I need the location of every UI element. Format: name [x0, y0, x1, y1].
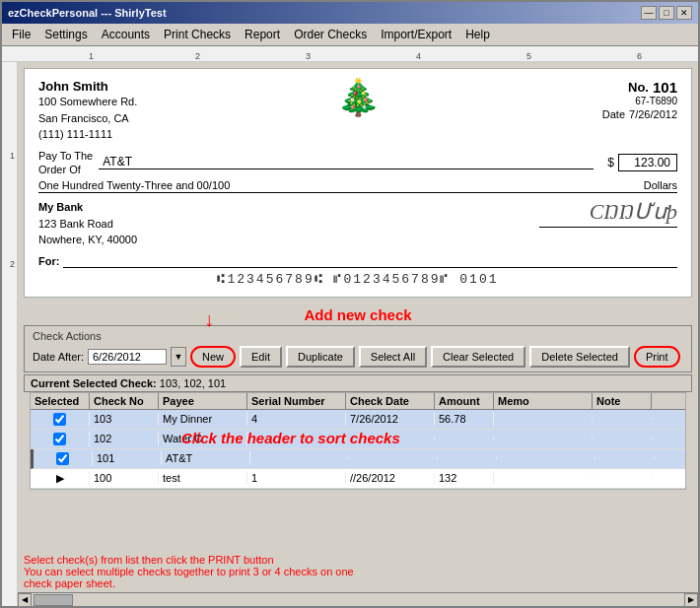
row4-check-no: 100 — [90, 471, 159, 485]
new-arrow-annotation: ↓ — [204, 308, 214, 331]
table-row[interactable]: 103 My Dinner 4 7/26/2012 56.78 — [31, 410, 685, 430]
main-content: 1 2 🎄 John Smith 100 Somewhere Rd. San F… — [2, 62, 698, 606]
new-btn-wrapper: New ↓ — [190, 346, 236, 368]
dollars-label: Dollars — [644, 179, 677, 191]
row2-memo — [494, 438, 593, 439]
ruler-mark-5: 5 — [526, 51, 531, 61]
col-memo[interactable]: Memo — [494, 393, 593, 409]
row3-serial — [250, 457, 349, 459]
signature-line — [539, 227, 677, 228]
date-after-label: Date After: — [33, 351, 84, 363]
check-table: Selected Check No Payee Serial Number Ch… — [30, 392, 686, 490]
clear-selected-button[interactable]: Clear Selected — [431, 346, 525, 368]
title-bar: ezCheckPersonal --- ShirlyTest — □ ✕ — [2, 2, 698, 24]
scroll-right-button[interactable]: ▶ — [684, 593, 698, 607]
ruler-mark-2: 2 — [195, 51, 200, 61]
row4-payee: test — [159, 471, 247, 485]
v-ruler-mark-2: 2 — [10, 259, 15, 269]
menu-help[interactable]: Help — [459, 26, 496, 43]
row2-date — [346, 438, 435, 439]
row3-payee: AT&T — [162, 451, 250, 465]
print-button[interactable]: Print — [634, 346, 680, 368]
col-check-no[interactable]: Check No — [90, 393, 159, 409]
menu-order-checks[interactable]: Order Checks — [288, 26, 373, 43]
check-address1: 100 Somewhere Rd. — [38, 94, 137, 110]
table-body: 103 My Dinner 4 7/26/2012 56.78 102 Wate… — [31, 410, 685, 489]
close-button[interactable]: ✕ — [676, 6, 692, 20]
row1-check-no: 103 — [90, 412, 159, 426]
for-label: For: — [38, 255, 59, 267]
row2-selected — [31, 432, 90, 446]
scroll-left-button[interactable]: ◀ — [18, 593, 32, 607]
check-date: 7/26/2012 — [629, 108, 677, 120]
col-selected[interactable]: Selected — [31, 393, 90, 409]
row1-checkbox[interactable] — [53, 413, 66, 426]
scroll-track[interactable] — [34, 594, 682, 606]
horizontal-ruler: 1 2 3 4 5 6 — [2, 46, 698, 62]
row1-memo — [494, 418, 593, 420]
ruler-mark-4: 4 — [416, 51, 421, 61]
edit-button[interactable]: Edit — [240, 346, 282, 368]
bank-address2: Nowhere, KY, 40000 — [38, 232, 137, 248]
row3-check-no: 101 — [93, 451, 162, 465]
menu-import-export[interactable]: Import/Export — [375, 26, 457, 43]
bottom-note: Select check(s) from list then click the… — [24, 554, 692, 589]
menu-print-checks[interactable]: Print Checks — [158, 26, 237, 43]
row2-amount — [435, 438, 494, 439]
delete-selected-button[interactable]: Delete Selected — [529, 346, 630, 368]
col-date[interactable]: Check Date — [346, 393, 435, 409]
row3-selected — [34, 451, 93, 466]
check-table-wrapper: Selected Check No Payee Serial Number Ch… — [24, 392, 692, 551]
no-label: No. — [628, 80, 649, 95]
dollar-sign: $ — [607, 156, 614, 169]
check-amount: 123.00 — [618, 154, 677, 171]
menu-report[interactable]: Report — [239, 26, 286, 43]
col-serial[interactable]: Serial Number — [247, 393, 346, 409]
new-button[interactable]: New — [190, 346, 236, 368]
check-name: John Smith — [38, 79, 137, 94]
content-area: 🎄 John Smith 100 Somewhere Rd. San Franc… — [18, 62, 698, 606]
current-selected-value: 103, 102, 101 — [160, 377, 226, 389]
select-all-button[interactable]: Select All — [359, 346, 427, 368]
check-phone: (111) 111-1111 — [38, 126, 137, 143]
date-after-input[interactable] — [88, 349, 167, 365]
row2-note — [593, 438, 652, 439]
row1-note — [593, 418, 652, 420]
row2-check-no: 102 — [90, 432, 159, 445]
bank-info: My Bank 123 Bank Road Nowhere, KY, 40000 — [38, 199, 137, 248]
menu-settings[interactable]: Settings — [38, 26, 93, 43]
minimize-button[interactable]: — — [641, 6, 657, 20]
maximize-button[interactable]: □ — [659, 6, 674, 20]
row1-selected — [31, 412, 90, 427]
main-window: ezCheckPersonal --- ShirlyTest — □ ✕ Fil… — [0, 0, 700, 608]
row2-payee: Water C — [159, 432, 247, 445]
check-preview: 🎄 John Smith 100 Somewhere Rd. San Franc… — [24, 68, 692, 298]
table-row[interactable]: ▶ 100 test 1 //26/2012 132 — [31, 469, 685, 489]
current-selected-label: Current Selected Check: — [31, 377, 157, 389]
payee-section: Pay To The Order Of AT&T $ 123.00 — [38, 149, 677, 177]
ruler-mark-3: 3 — [306, 51, 311, 61]
signature-area: CŊŊƯưþ — [539, 199, 677, 228]
check-number: 101 — [653, 79, 677, 96]
col-note[interactable]: Note — [593, 393, 652, 409]
duplicate-button[interactable]: Duplicate — [286, 346, 355, 368]
col-amount[interactable]: Amount — [435, 393, 494, 409]
scroll-thumb[interactable] — [34, 594, 73, 606]
row2-checkbox[interactable] — [53, 433, 66, 445]
check-date-line: Date 7/26/2012 — [602, 108, 677, 120]
table-row[interactable]: 102 Water C — [31, 430, 685, 449]
for-line: For: — [38, 254, 677, 268]
bank-address1: 123 Bank Road — [38, 216, 137, 233]
date-dropdown-button[interactable]: ▼ — [171, 347, 186, 367]
col-payee[interactable]: Payee — [159, 393, 247, 409]
current-selected-bar: Current Selected Check: 103, 102, 101 — [24, 374, 692, 392]
menu-accounts[interactable]: Accounts — [96, 26, 156, 43]
signature: CŊŊƯưþ — [590, 199, 677, 225]
order-of-label: Order Of — [38, 163, 93, 176]
horizontal-scrollbar[interactable]: ◀ ▶ — [18, 592, 698, 606]
table-row-current[interactable]: 101 AT&T — [31, 449, 685, 469]
menu-file[interactable]: File — [6, 26, 36, 43]
pay-to-label: Pay To The — [38, 149, 93, 163]
row3-checkbox[interactable] — [56, 452, 69, 465]
row1-payee: My Dinner — [159, 412, 247, 426]
